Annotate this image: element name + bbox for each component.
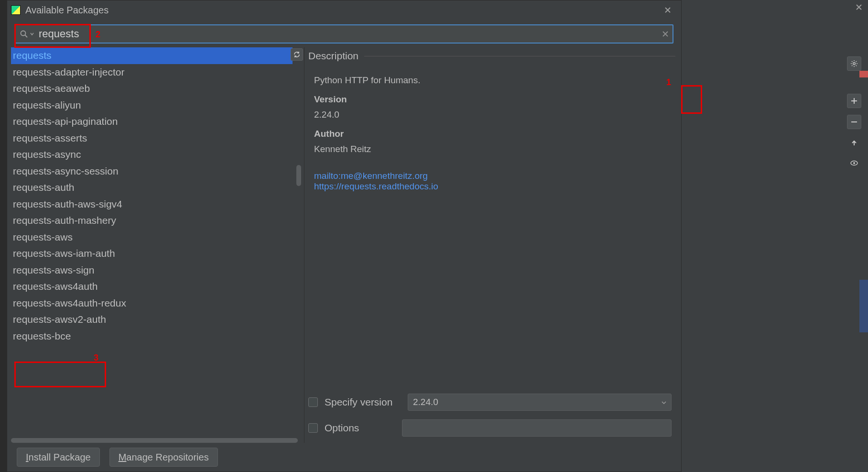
vertical-scrollbar-thumb[interactable] xyxy=(296,165,301,186)
search-icon xyxy=(20,30,28,38)
package-list-item[interactable]: requests-bce xyxy=(11,328,293,345)
description-header: Description xyxy=(304,47,675,65)
package-list-item[interactable]: requests-aliyun xyxy=(11,97,293,114)
package-list-item[interactable]: requests-awsv2-auth xyxy=(11,311,293,328)
package-list-item[interactable]: requests-asserts xyxy=(11,130,293,147)
dialog-titlebar: Available Packages xyxy=(7,0,681,20)
dialog-title: Available Packages xyxy=(25,5,108,16)
version-value: 2.24.0 xyxy=(314,110,666,120)
package-list-item[interactable]: requests-async-session xyxy=(11,163,293,180)
search-row xyxy=(7,20,681,47)
version-combobox-value: 2.24.0 xyxy=(413,397,438,407)
svg-point-2 xyxy=(853,162,855,164)
package-list-item[interactable]: requests-aws-iam-auth xyxy=(11,245,293,262)
package-list-item[interactable]: requests-adapter-injector xyxy=(11,64,293,81)
annotation-label-2: 2 xyxy=(96,30,100,40)
package-list-item[interactable]: requests-aws4auth xyxy=(11,278,293,295)
package-list-item[interactable]: requests-api-pagination xyxy=(11,113,293,130)
options-text-field[interactable] xyxy=(402,419,672,437)
annotation-label-1: 1 xyxy=(666,77,671,88)
specify-version-checkbox[interactable] xyxy=(308,397,318,407)
chevron-down-icon xyxy=(662,397,666,407)
parent-close-icon[interactable] xyxy=(856,4,862,12)
package-list-item[interactable]: requests-async xyxy=(11,146,293,163)
package-list-item[interactable]: requests-aws xyxy=(11,229,293,246)
svg-point-0 xyxy=(853,63,856,65)
description-summary: Python HTTP for Humans. xyxy=(314,75,666,86)
manage-repositories-button[interactable]: Manage Repositories xyxy=(109,448,218,467)
mailto-link[interactable]: mailto:me@kennethreitz.org xyxy=(314,171,428,181)
annotation-label-3: 3 xyxy=(94,353,98,363)
install-package-button[interactable]: Install Package xyxy=(17,448,100,467)
package-list-item[interactable]: requests-aeaweb xyxy=(11,80,293,97)
package-list-item[interactable]: requests xyxy=(11,47,293,64)
description-header-label: Description xyxy=(308,50,358,62)
parent-window-right-strip xyxy=(682,0,868,472)
package-list-item[interactable]: requests-auth xyxy=(11,179,293,196)
available-packages-dialog: Available Packages requestsrequests-adap… xyxy=(7,0,682,472)
show-early-releases-eye-icon[interactable] xyxy=(847,156,861,170)
upgrade-up-icon[interactable] xyxy=(847,136,861,150)
package-list-pane: requestsrequests-adapter-injectorrequest… xyxy=(7,47,304,443)
options-label: Options xyxy=(325,422,359,434)
settings-gear-button[interactable] xyxy=(847,56,861,71)
horizontal-scrollbar[interactable] xyxy=(11,438,300,443)
package-list[interactable]: requestsrequests-adapter-injectorrequest… xyxy=(11,47,293,443)
package-list-item[interactable]: requests-auth-mashery xyxy=(11,212,293,229)
editor-error-marker xyxy=(859,71,868,77)
version-combobox[interactable]: 2.24.0 xyxy=(408,394,672,411)
dialog-close-icon[interactable] xyxy=(658,0,677,20)
remove-package-minus-button[interactable] xyxy=(847,115,861,129)
search-input[interactable] xyxy=(39,28,662,40)
package-details-pane: Description Python HTTP for Humans. Vers… xyxy=(304,47,681,443)
clear-search-icon[interactable] xyxy=(662,31,669,37)
package-list-item[interactable]: requests-aws4auth-redux xyxy=(11,295,293,312)
svg-point-3 xyxy=(21,31,26,36)
refresh-package-list-button[interactable] xyxy=(291,48,303,61)
search-box[interactable] xyxy=(15,24,673,44)
options-checkbox[interactable] xyxy=(308,423,318,433)
parent-selection-strip xyxy=(859,280,868,332)
search-history-chevron-icon[interactable] xyxy=(30,32,34,36)
description-body: Python HTTP for Humans. Version 2.24.0 A… xyxy=(304,65,675,387)
package-list-item[interactable]: requests-auth-aws-sigv4 xyxy=(11,196,293,213)
version-label: Version xyxy=(314,94,666,105)
package-list-item[interactable]: requests-aws-sign xyxy=(11,262,293,279)
author-label: Author xyxy=(314,129,666,139)
specify-version-label: Specify version xyxy=(325,396,401,408)
pycharm-app-icon xyxy=(11,5,21,15)
author-value: Kenneth Reitz xyxy=(314,144,666,154)
homepage-link[interactable]: https://requests.readthedocs.io xyxy=(314,181,438,191)
dialog-footer: Install Package Manage Repositories xyxy=(7,443,681,472)
add-package-plus-button[interactable] xyxy=(847,94,861,108)
